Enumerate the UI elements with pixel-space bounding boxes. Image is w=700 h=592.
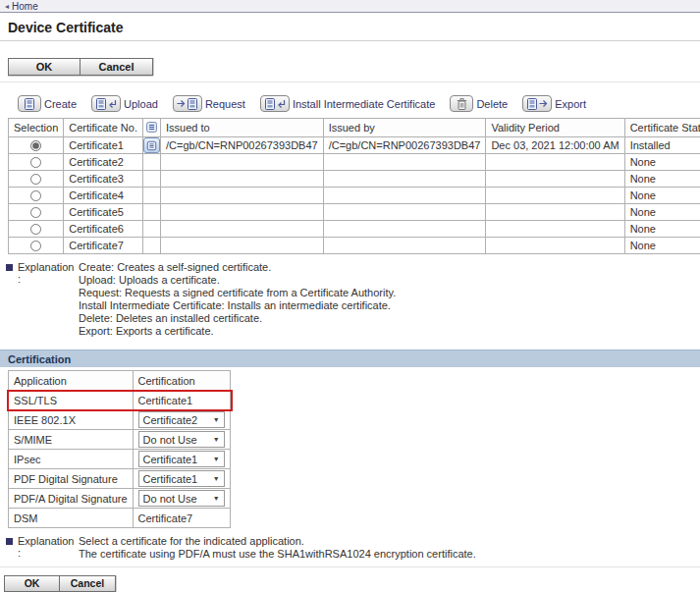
delete-button[interactable]: Delete (450, 95, 508, 112)
explanation-label: Explanation : (18, 535, 79, 561)
certificate1-issued-by: /C=gb/CN=RNP00267393DB47 (323, 137, 486, 154)
square-bullet-icon (6, 538, 13, 545)
ipsec-select[interactable]: Certificate1▼ (138, 451, 225, 467)
bottom-divider (0, 566, 700, 567)
row-smime: S/MIME Do not Use▼ (9, 430, 231, 450)
square-bullet-icon (6, 264, 13, 271)
certificate2-radio[interactable] (30, 157, 41, 168)
cancel-button-top[interactable]: Cancel (81, 59, 152, 75)
chevron-down-icon: ▼ (213, 495, 220, 502)
col-certification: Certification (133, 371, 230, 391)
title-divider (0, 40, 700, 41)
col-validity-period: Validity Period (486, 119, 624, 137)
certificate1-details-button[interactable] (143, 137, 160, 153)
certificate4-status: None (624, 188, 700, 204)
smime-select[interactable]: Do not Use▼ (138, 431, 225, 448)
top-button-bar: OK Cancel (8, 58, 153, 76)
certificates-header-row: Selection Certificate No. Issued to Issu… (9, 119, 700, 137)
row-pdf-digital-signature: PDF Digital Signature Certificate1▼ (9, 469, 231, 489)
row-dsm: DSM Certificate7 (9, 509, 231, 528)
ok-button-bottom[interactable]: OK (5, 576, 60, 591)
certificate1-status: Installed (624, 137, 700, 154)
cancel-button-bottom[interactable]: Cancel (60, 576, 115, 591)
row-pdfa-digital-signature: PDF/A Digital Signature Do not Use▼ (9, 489, 231, 509)
row-ieee-8021x: IEEE 802.1X Certificate2▼ (9, 410, 231, 430)
chevron-down-icon: ▼ (213, 456, 220, 462)
certificate2-status: None (624, 154, 700, 171)
certificate5-status: None (624, 204, 700, 221)
col-application: Application (9, 371, 134, 391)
col-issued-to: Issued to (160, 119, 323, 137)
chevron-down-icon: ▼ (213, 416, 220, 423)
ieee-8021x-select[interactable]: Certificate2▼ (138, 411, 225, 428)
ssl-tls-certificate-value: Certificate1 (133, 391, 230, 410)
certificate6-radio[interactable] (30, 224, 41, 235)
upload-certificate-icon (91, 95, 121, 112)
row-ipsec: IPsec Certificate1▼ (9, 450, 231, 469)
col-certificate-status: Certificate Status (624, 119, 700, 137)
details-icon (144, 120, 159, 134)
certificate7-status: None (624, 238, 700, 254)
request-button[interactable]: Request (173, 95, 245, 112)
section-divider (0, 81, 700, 82)
pdfa-digital-signature-select[interactable]: Do not Use▼ (138, 490, 225, 507)
certification-section-header: Certification (0, 350, 700, 367)
certificate1-label: Certificate1 (64, 137, 143, 154)
export-certificate-icon (522, 95, 552, 112)
chevron-down-icon: ▼ (213, 436, 220, 443)
toolbar-explanation: Explanation : Create: Creates a self-sig… (6, 261, 700, 338)
table-row-certificate3: Certificate3 None (9, 171, 700, 188)
delete-certificate-icon (450, 95, 473, 112)
breadcrumb-bar: ◂ Home (0, 0, 700, 13)
certificate3-status: None (624, 171, 700, 188)
bottom-button-bar: OK Cancel (4, 575, 116, 592)
explanation-label: Explanation : (18, 261, 79, 338)
dsm-certificate-value: Certificate7 (133, 509, 230, 528)
certification-header-row: Application Certification (9, 371, 231, 391)
chevron-down-icon: ▼ (213, 475, 220, 482)
certificate-toolbar: Create Upload Request Install Intermedia… (18, 95, 700, 112)
certificate4-radio[interactable] (30, 190, 41, 201)
certificate1-validity: Dec 03, 2021 12:00:00 AM (486, 137, 624, 154)
certificate1-issued-to: /C=gb/CN=RNP00267393DB47 (160, 137, 323, 154)
export-button[interactable]: Export (522, 95, 586, 112)
ok-button-top[interactable]: OK (9, 59, 81, 75)
install-intermediate-certificate-button[interactable]: Install Intermediate Certificate (260, 95, 436, 112)
table-row-certificate7: Certificate7 None (9, 238, 700, 254)
certification-explanation: Explanation : Select a certificate for t… (6, 535, 700, 561)
table-row-certificate6: Certificate6 None (9, 221, 700, 238)
col-certificate-no: Certificate No. (64, 119, 143, 137)
table-row-certificate2: Certificate2 None (9, 154, 700, 171)
col-selection: Selection (9, 119, 64, 137)
create-button[interactable]: Create (18, 95, 77, 112)
page-title: Device Certificate (8, 20, 700, 35)
certificate7-radio[interactable] (30, 241, 41, 251)
request-certificate-icon (173, 95, 202, 112)
table-row-certificate1: Certificate1 /C=gb/CN=RNP00267393DB47 /C… (9, 137, 700, 154)
certification-table: Application Certification SSL/TLS Certif… (8, 370, 231, 528)
certificate3-radio[interactable] (30, 174, 41, 185)
back-arrow-icon: ◂ (5, 2, 9, 11)
row-ssl-tls: SSL/TLS Certificate1 (9, 391, 231, 410)
table-row-certificate5: Certificate5 None (9, 204, 700, 221)
upload-button[interactable]: Upload (91, 95, 158, 112)
install-intermediate-certificate-icon (260, 95, 290, 112)
col-issued-by: Issued by (323, 119, 486, 137)
home-link[interactable]: Home (12, 1, 38, 12)
create-certificate-icon (18, 95, 41, 112)
table-row-certificate4: Certificate4 None (9, 188, 700, 204)
certificate1-radio[interactable] (30, 140, 41, 151)
pdf-digital-signature-select[interactable]: Certificate1▼ (138, 470, 225, 487)
certificate6-status: None (624, 221, 700, 238)
certificates-table: Selection Certificate No. Issued to Issu… (8, 118, 700, 254)
col-details (142, 119, 160, 137)
certificate5-radio[interactable] (30, 207, 41, 218)
